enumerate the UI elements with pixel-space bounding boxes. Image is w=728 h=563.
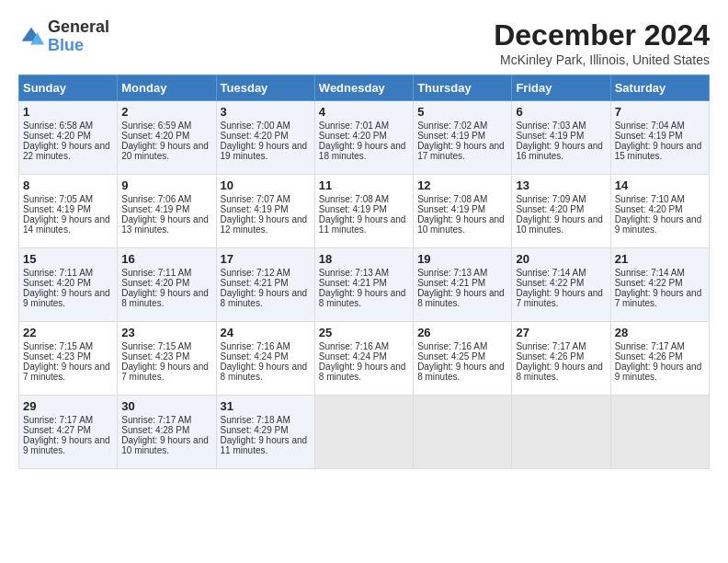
day-number: 12 (417, 178, 507, 192)
sunrise-text: Sunrise: 7:06 AM (121, 194, 191, 204)
daylight-text: Daylight: 9 hours and 19 minutes. (221, 141, 308, 161)
daylight-text: Daylight: 9 hours and 22 minutes. (23, 141, 110, 161)
sunset-text: Sunset: 4:19 PM (319, 204, 387, 214)
table-row: 31Sunrise: 7:18 AMSunset: 4:29 PMDayligh… (216, 396, 314, 469)
sunrise-text: Sunrise: 7:11 AM (121, 268, 191, 278)
day-number: 5 (417, 105, 507, 119)
daylight-text: Daylight: 9 hours and 13 minutes. (121, 214, 209, 235)
sunset-text: Sunset: 4:22 PM (615, 278, 683, 288)
logo-icon (18, 24, 44, 50)
table-row (314, 396, 413, 469)
daylight-text: Daylight: 9 hours and 7 minutes. (615, 288, 702, 308)
daylight-text: Daylight: 9 hours and 11 minutes. (221, 435, 308, 455)
daylight-text: Daylight: 9 hours and 7 minutes. (516, 288, 603, 308)
daylight-text: Daylight: 9 hours and 9 minutes. (23, 288, 110, 308)
sunrise-text: Sunrise: 6:58 AM (23, 121, 93, 131)
daylight-text: Daylight: 9 hours and 8 minutes. (319, 288, 406, 308)
table-row (512, 396, 610, 469)
table-row: 2Sunrise: 6:59 AMSunset: 4:20 PMDaylight… (118, 101, 216, 175)
calendar-title: December 2024 (494, 18, 710, 52)
daylight-text: Daylight: 9 hours and 8 minutes. (417, 362, 505, 382)
day-number: 7 (615, 105, 705, 119)
sunrise-text: Sunrise: 7:12 AM (221, 268, 290, 278)
table-row: 13Sunrise: 7:09 AMSunset: 4:20 PMDayligh… (512, 175, 610, 248)
day-number: 24 (221, 326, 311, 339)
table-row: 11Sunrise: 7:08 AMSunset: 4:19 PMDayligh… (314, 175, 413, 248)
title-block: December 2024 McKinley Park, Illinois, U… (494, 18, 710, 67)
sunset-text: Sunset: 4:22 PM (516, 278, 584, 288)
sunrise-text: Sunrise: 7:11 AM (23, 268, 93, 278)
table-row: 10Sunrise: 7:07 AMSunset: 4:19 PMDayligh… (216, 175, 314, 248)
table-row: 5Sunrise: 7:02 AMSunset: 4:19 PMDaylight… (414, 101, 512, 175)
calendar-week-row: 29Sunrise: 7:17 AMSunset: 4:27 PMDayligh… (19, 396, 710, 469)
sunrise-text: Sunrise: 7:18 AM (221, 415, 290, 425)
sunset-text: Sunset: 4:21 PM (319, 278, 387, 288)
day-number: 13 (516, 178, 606, 192)
day-number: 11 (319, 178, 409, 192)
table-row: 22Sunrise: 7:15 AMSunset: 4:23 PMDayligh… (19, 322, 118, 396)
daylight-text: Daylight: 9 hours and 8 minutes. (319, 362, 406, 382)
day-number: 23 (121, 326, 211, 339)
sunset-text: Sunset: 4:20 PM (615, 204, 683, 214)
sunrise-text: Sunrise: 7:10 AM (615, 194, 685, 204)
table-row: 26Sunrise: 7:16 AMSunset: 4:25 PMDayligh… (414, 322, 512, 396)
day-number: 3 (221, 105, 311, 119)
day-number: 25 (319, 326, 409, 339)
col-saturday: Saturday (610, 75, 709, 101)
day-number: 26 (417, 326, 507, 339)
table-row: 19Sunrise: 7:13 AMSunset: 4:21 PMDayligh… (414, 248, 512, 322)
sunset-text: Sunset: 4:29 PM (221, 425, 289, 435)
sunset-text: Sunset: 4:26 PM (516, 351, 584, 362)
sunset-text: Sunset: 4:20 PM (23, 278, 91, 288)
day-number: 17 (221, 252, 311, 266)
sunset-text: Sunset: 4:27 PM (23, 425, 91, 435)
day-number: 30 (121, 399, 211, 413)
daylight-text: Daylight: 9 hours and 8 minutes. (221, 288, 308, 308)
col-sunday: Sunday (19, 75, 118, 101)
sunrise-text: Sunrise: 7:15 AM (121, 341, 191, 351)
sunrise-text: Sunrise: 7:17 AM (615, 341, 685, 351)
day-number: 14 (615, 178, 705, 192)
table-row: 21Sunrise: 7:14 AMSunset: 4:22 PMDayligh… (610, 248, 709, 322)
daylight-text: Daylight: 9 hours and 12 minutes. (221, 214, 308, 235)
sunrise-text: Sunrise: 7:07 AM (221, 194, 290, 204)
table-row: 16Sunrise: 7:11 AMSunset: 4:20 PMDayligh… (118, 248, 216, 322)
sunset-text: Sunset: 4:28 PM (121, 425, 189, 435)
daylight-text: Daylight: 9 hours and 8 minutes. (516, 362, 603, 382)
daylight-text: Daylight: 9 hours and 15 minutes. (615, 141, 702, 161)
day-number: 28 (615, 326, 705, 339)
table-row: 9Sunrise: 7:06 AMSunset: 4:19 PMDaylight… (118, 175, 216, 248)
sunrise-text: Sunrise: 7:00 AM (221, 121, 290, 131)
table-row: 3Sunrise: 7:00 AMSunset: 4:20 PMDaylight… (216, 101, 314, 175)
sunset-text: Sunset: 4:23 PM (23, 351, 91, 362)
table-row: 6Sunrise: 7:03 AMSunset: 4:19 PMDaylight… (512, 101, 610, 175)
sunset-text: Sunset: 4:24 PM (221, 351, 289, 362)
day-number: 21 (615, 252, 705, 266)
day-number: 29 (23, 399, 113, 413)
calendar-week-row: 1Sunrise: 6:58 AMSunset: 4:20 PMDaylight… (19, 101, 710, 175)
day-number: 22 (23, 326, 113, 339)
sunset-text: Sunset: 4:19 PM (615, 131, 683, 141)
day-number: 16 (121, 252, 211, 266)
day-number: 6 (516, 105, 606, 119)
calendar-header-row: Sunday Monday Tuesday Wednesday Thursday… (19, 75, 710, 101)
sunset-text: Sunset: 4:21 PM (221, 278, 289, 288)
day-number: 31 (221, 399, 311, 413)
col-tuesday: Tuesday (216, 75, 314, 101)
sunset-text: Sunset: 4:20 PM (23, 131, 91, 141)
daylight-text: Daylight: 9 hours and 11 minutes. (319, 214, 406, 235)
col-thursday: Thursday (414, 75, 512, 101)
table-row: 15Sunrise: 7:11 AMSunset: 4:20 PMDayligh… (19, 248, 118, 322)
calendar-week-row: 22Sunrise: 7:15 AMSunset: 4:23 PMDayligh… (19, 322, 710, 396)
sunrise-text: Sunrise: 7:14 AM (516, 268, 586, 278)
sunset-text: Sunset: 4:19 PM (121, 204, 189, 214)
sunrise-text: Sunrise: 7:05 AM (23, 194, 93, 204)
calendar-week-row: 8Sunrise: 7:05 AMSunset: 4:19 PMDaylight… (19, 175, 710, 248)
table-row: 24Sunrise: 7:16 AMSunset: 4:24 PMDayligh… (216, 322, 314, 396)
day-number: 27 (516, 326, 606, 339)
page-header: General Blue December 2024 McKinley Park… (18, 18, 710, 67)
logo-text: General Blue (48, 18, 109, 55)
sunrise-text: Sunrise: 7:04 AM (615, 121, 685, 131)
sunrise-text: Sunrise: 7:14 AM (615, 268, 685, 278)
daylight-text: Daylight: 9 hours and 7 minutes. (23, 362, 110, 382)
